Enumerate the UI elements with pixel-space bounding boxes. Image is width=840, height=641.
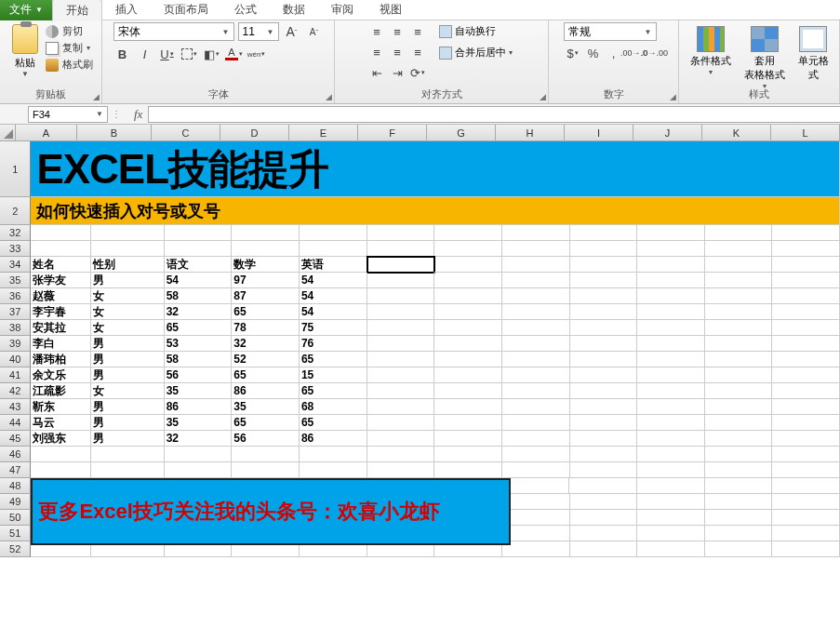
cell[interactable]: [165, 447, 233, 462]
cell[interactable]: 54: [300, 273, 367, 288]
cell[interactable]: [502, 478, 570, 494]
cell[interactable]: [367, 320, 435, 336]
cell[interactable]: [637, 494, 705, 510]
cell[interactable]: [502, 257, 570, 273]
cell[interactable]: [570, 415, 638, 431]
cell[interactable]: [31, 462, 91, 478]
cell[interactable]: [637, 257, 705, 273]
row-header[interactable]: 42: [0, 383, 31, 399]
cell[interactable]: [502, 510, 570, 526]
cell[interactable]: [367, 288, 435, 304]
cell[interactable]: [772, 241, 840, 257]
wrap-text-button[interactable]: 自动换行: [436, 22, 515, 40]
border-button[interactable]: ▾: [180, 45, 199, 63]
dialog-launcher-icon[interactable]: ◢: [670, 92, 676, 101]
cell[interactable]: [165, 225, 233, 241]
cell[interactable]: 56: [165, 367, 233, 383]
cell[interactable]: [434, 225, 502, 241]
decrease-font-button[interactable]: [305, 22, 324, 41]
cell[interactable]: [772, 336, 840, 352]
cell[interactable]: [502, 352, 570, 367]
cell[interactable]: [434, 288, 502, 304]
percent-format-button[interactable]: %: [584, 44, 603, 62]
cell[interactable]: [300, 225, 367, 241]
phonetic-button[interactable]: wén▾: [247, 45, 266, 63]
cell[interactable]: [367, 415, 435, 431]
cell[interactable]: [434, 399, 502, 415]
cell[interactable]: 52: [232, 352, 300, 367]
cell[interactable]: [502, 288, 570, 304]
cell[interactable]: [502, 541, 570, 557]
ribbon-tab-0[interactable]: 开始: [52, 0, 102, 21]
cell[interactable]: [502, 383, 570, 399]
ribbon-tab-5[interactable]: 审阅: [318, 0, 367, 21]
cell[interactable]: 68: [300, 399, 367, 415]
cell[interactable]: 76: [300, 336, 367, 352]
cell[interactable]: [637, 510, 705, 526]
cell[interactable]: [91, 225, 165, 241]
ribbon-tab-1[interactable]: 插入: [102, 0, 151, 21]
align-bottom-button[interactable]: ≡: [408, 22, 427, 41]
cell[interactable]: [232, 241, 300, 257]
cell[interactable]: [31, 241, 91, 257]
cell[interactable]: [637, 478, 705, 494]
cell[interactable]: [637, 241, 705, 257]
column-header[interactable]: F: [358, 125, 427, 140]
cell[interactable]: [434, 462, 502, 478]
ribbon-tab-3[interactable]: 公式: [221, 0, 270, 21]
row-header[interactable]: 44: [0, 415, 31, 431]
cell[interactable]: [300, 447, 367, 462]
copy-button[interactable]: 复制▾: [46, 41, 93, 55]
row-header[interactable]: 45: [0, 431, 31, 447]
font-name-select[interactable]: 宋体▼: [113, 22, 234, 41]
cell[interactable]: [434, 336, 502, 352]
bold-button[interactable]: B: [113, 45, 132, 63]
column-header[interactable]: J: [633, 125, 702, 140]
row-header[interactable]: 32: [0, 225, 31, 241]
cell[interactable]: 87: [232, 288, 300, 304]
cell[interactable]: [367, 352, 435, 367]
cell[interactable]: 58: [165, 352, 233, 367]
cell[interactable]: [502, 367, 570, 383]
cell[interactable]: [705, 241, 773, 257]
align-center-button[interactable]: ≡: [388, 43, 407, 61]
cell[interactable]: [570, 462, 638, 478]
column-header[interactable]: H: [496, 125, 565, 140]
cell[interactable]: 35: [232, 399, 300, 415]
cell[interactable]: [705, 399, 773, 415]
row-header[interactable]: 35: [0, 273, 31, 288]
cell[interactable]: [165, 462, 233, 478]
cell[interactable]: [367, 462, 435, 478]
cell[interactable]: [434, 304, 502, 320]
cell[interactable]: [300, 462, 367, 478]
number-format-select[interactable]: 常规▼: [564, 22, 657, 41]
cell[interactable]: [570, 367, 638, 383]
cell[interactable]: [705, 383, 773, 399]
cell[interactable]: [772, 541, 840, 557]
row-header[interactable]: 33: [0, 241, 31, 257]
format-painter-button[interactable]: 格式刷: [46, 58, 93, 72]
cell[interactable]: [705, 352, 773, 367]
cell[interactable]: [502, 225, 570, 241]
cell[interactable]: 姓名: [31, 257, 91, 273]
column-header[interactable]: B: [77, 125, 152, 140]
cell[interactable]: 男: [91, 415, 165, 431]
cell-styles-button[interactable]: 单元格 式: [798, 26, 829, 82]
cell[interactable]: [570, 510, 638, 526]
cell[interactable]: 数学: [232, 257, 300, 273]
cell[interactable]: 15: [300, 367, 367, 383]
cell[interactable]: [637, 352, 705, 367]
cell[interactable]: [772, 478, 840, 494]
cell[interactable]: [434, 320, 502, 336]
cell[interactable]: [434, 257, 502, 273]
cell[interactable]: 余文乐: [31, 367, 91, 383]
cell[interactable]: [772, 494, 840, 510]
merge-center-button[interactable]: 合并后居中▾: [436, 44, 515, 61]
column-header[interactable]: E: [289, 125, 358, 140]
cell[interactable]: [705, 288, 773, 304]
ribbon-tab-4[interactable]: 数据: [270, 0, 318, 21]
cell[interactable]: [300, 241, 367, 257]
cell[interactable]: [570, 383, 638, 399]
cell[interactable]: 性别: [91, 257, 165, 273]
cell[interactable]: 女: [91, 288, 165, 304]
